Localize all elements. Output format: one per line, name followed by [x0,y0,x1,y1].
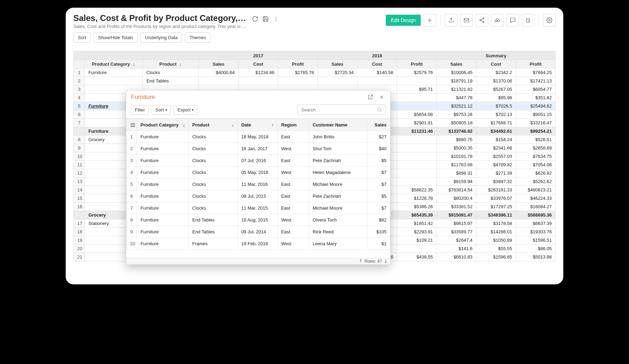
col-profit-2018[interactable]: Profit [397,60,436,68]
col-profit-2017[interactable]: Profit [278,60,318,68]
col-cost-2017[interactable]: Cost [238,60,278,68]
detail-panel: Furniture Filter Sort▾ Export▾ [126,90,391,265]
dcol-customer[interactable]: Customer Name [309,119,367,131]
detail-row[interactable]: 4FurnitureClocks05 May, 2016WestHelen Ma… [126,167,390,179]
themes-button[interactable]: Themes [185,32,210,43]
detail-row[interactable]: 9FurnitureEnd Tables09 Jul, 2014EastRick… [126,226,390,238]
col-cost-sum[interactable]: Cost [476,60,516,68]
refresh-icon[interactable] [252,15,259,22]
table-row[interactable]: 2End Tables$18791.19$1370.06$17421.13 [74,77,556,85]
group-2017: 2017 [199,52,318,60]
col-product-category[interactable]: Product Category↓ [85,60,143,68]
detail-filter-button[interactable]: Filter [131,105,149,115]
table-row[interactable]: 1FurnitureClocks$4000.64$1234.86$2765.78… [74,68,556,77]
scroll-bottom-icon[interactable]: ⤓ [384,259,388,264]
sort-button[interactable]: Sort [73,32,91,43]
col-cost-2018[interactable]: Cost [357,60,397,68]
popout-icon[interactable] [367,93,374,101]
share-icon[interactable] [476,14,488,27]
edit-design-button[interactable]: Edit Design [386,15,421,26]
show-hide-totals-button[interactable]: Show/Hide Totals [94,32,138,43]
search-icon [377,107,382,112]
page-title: Sales, Cost & Profit by Product Category… [73,13,248,23]
detail-title: Furniture [131,94,155,101]
save-icon[interactable] [262,15,269,22]
col-sales-sum[interactable]: Sales [436,60,476,68]
svg-point-1 [276,19,276,19]
detail-export-button[interactable]: Export▾ [174,105,198,115]
search-input[interactable] [301,107,377,113]
dcol-sales[interactable]: Sales [367,119,390,131]
svg-rect-3 [464,19,469,22]
add-button[interactable] [424,14,436,27]
detail-sort-button[interactable]: Sort▾ [152,105,171,115]
dcol-product-category[interactable]: Product Category ↓ [137,119,189,131]
col-profit-sum[interactable]: Profit [516,60,556,68]
detail-row[interactable]: 7FurnitureClocks11 Mar, 2015EastMichael … [126,202,390,214]
svg-point-2 [276,20,276,21]
export-icon[interactable] [445,14,457,27]
group-summary: Summary [436,52,555,60]
comment-icon[interactable] [506,14,519,27]
alarm-icon[interactable] [522,14,534,27]
detail-row[interactable]: 3FurnitureClocks07 Jul, 2016EastPete Zac… [126,155,390,167]
detail-search[interactable] [297,104,385,115]
dcol-product[interactable]: Product ↓ [189,119,238,131]
detail-row[interactable]: 10FurnitureFrames19 Feb, 2018WestLeena M… [126,238,390,250]
svg-rect-10 [131,123,135,126]
settings-icon[interactable] [543,14,556,27]
detail-row[interactable]: 6FurnitureClocks08 Jul, 2015EastPete Zac… [126,190,390,202]
col-sales-2017[interactable]: Sales [199,60,238,68]
dcol-date[interactable]: Date ↑ [238,119,277,131]
page-subtitle: Sales, Cost and Profits of the Products … [73,24,248,29]
detail-row[interactable]: 5FurnitureClocks11 Mar, 2016EastMichael … [126,179,390,190]
svg-point-0 [276,17,276,17]
close-icon[interactable] [378,93,385,101]
row-count: Rows: 47 [364,259,382,264]
cloud-icon[interactable] [491,14,504,27]
detail-row[interactable]: 1FurnitureClocks18 May, 2018EastJohn Bri… [126,131,390,143]
columns-icon[interactable] [130,122,136,128]
col-product[interactable]: Product↓ [143,60,198,68]
underlying-data-button[interactable]: Underlying Data [140,32,182,43]
scroll-top-icon[interactable]: ⤒ [359,259,362,264]
detail-row[interactable]: 2FurnitureClocks18 Jan, 2017WestShui Tom… [126,143,390,155]
col-sales-2018[interactable]: Sales [318,60,357,68]
group-2018: 2018 [318,52,436,60]
dcol-region[interactable]: Region [277,119,309,131]
detail-table[interactable]: Product Category ↓ Product ↓ Date ↑ Regi… [126,119,390,250]
more-icon[interactable] [273,15,280,22]
svg-point-9 [378,108,381,111]
svg-point-8 [549,20,550,21]
mail-icon[interactable] [460,14,473,27]
detail-row[interactable]: 8FurnitureEnd Tables19 Aug, 2015WestOlve… [126,214,390,226]
